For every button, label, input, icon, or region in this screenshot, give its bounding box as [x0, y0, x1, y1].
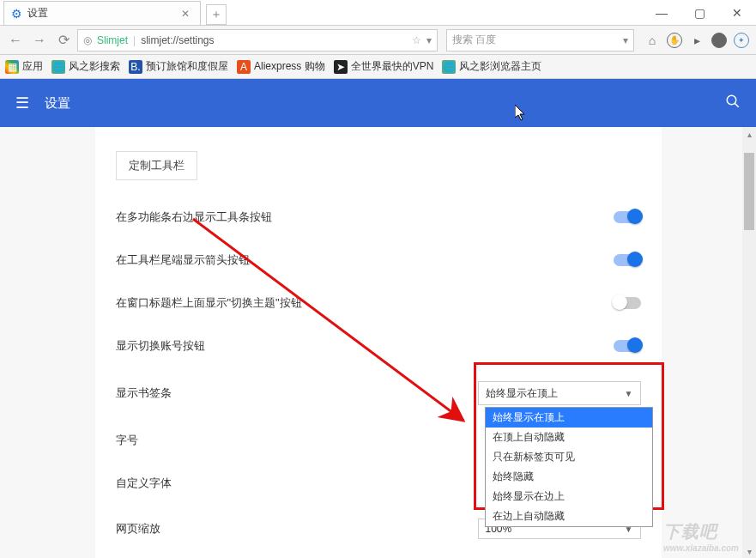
hand-icon[interactable]: ✋ [665, 31, 684, 50]
bookmark-item[interactable]: B.预订旅馆和度假屋 [129, 59, 228, 74]
search-icon[interactable] [725, 94, 741, 113]
dropdown-option[interactable]: 始终显示在顶上 [486, 408, 652, 428]
dropdown-option[interactable]: 始终隐藏 [486, 467, 652, 487]
new-tab-button[interactable]: ＋ [206, 4, 227, 25]
bookmark-bar-select[interactable]: 始终显示在顶上 ▼ [478, 381, 641, 405]
dropdown-option[interactable]: 始终显示在边上 [486, 487, 652, 506]
page-title: 设置 [45, 95, 70, 112]
booking-icon: B. [129, 60, 142, 74]
chevron-down-icon: ▼ [625, 389, 633, 398]
forward-button[interactable]: → [29, 30, 50, 51]
back-button[interactable]: ← [5, 30, 26, 51]
bookmark-item[interactable]: AAliexpress 购物 [237, 59, 325, 74]
svg-line-1 [735, 103, 739, 107]
reload-button[interactable]: ⟳ [53, 30, 74, 51]
address-brand: Slimjet [97, 34, 128, 46]
vertical-scrollbar[interactable]: ▴ ▾ [742, 127, 756, 558]
toggle-show-account-switch[interactable] [614, 340, 641, 352]
globe-icon[interactable]: ✦ [732, 31, 751, 50]
browser-icon: ◎ [83, 34, 92, 46]
tab-title: 设置 [27, 6, 178, 21]
chevron-right-icon[interactable]: ▸ [687, 31, 706, 50]
minimize-button[interactable]: — [643, 1, 680, 25]
dropdown-option[interactable]: 在边上自动隐藏 [486, 506, 652, 526]
apps-button[interactable]: ▦ 应用 [5, 59, 43, 74]
vpn-icon: ➤ [334, 60, 348, 74]
cursor-icon [515, 105, 527, 125]
browser-tab[interactable]: ⚙ 设置 ✕ [3, 1, 201, 25]
title-bar: ⚙ 设置 ✕ ＋ — ▢ ✕ [0, 0, 756, 26]
apps-icon: ▦ [5, 60, 19, 74]
bookmark-item[interactable]: 🌐风之影搜索 [51, 59, 120, 74]
bookmarks-bar: ▦ 应用 🌐风之影搜索 B.预订旅馆和度假屋 AAliexpress 购物 ➤全… [0, 55, 756, 79]
toggle-show-arrow-button[interactable] [614, 254, 641, 266]
search-input[interactable]: 搜索 百度 ▾ [446, 29, 634, 52]
window-controls: — ▢ ✕ [643, 1, 756, 25]
scroll-down-icon[interactable]: ▾ [742, 544, 756, 558]
globe-icon: 🌐 [51, 60, 65, 74]
home-icon[interactable]: ⌂ [643, 31, 662, 50]
close-icon[interactable]: ✕ [178, 8, 193, 20]
gear-icon: ⚙ [11, 7, 22, 21]
aliexpress-icon: A [237, 60, 251, 74]
toggle-show-theme-switch[interactable] [614, 297, 641, 309]
svg-point-0 [727, 95, 736, 105]
globe-icon: 🌐 [442, 60, 456, 74]
chevron-down-icon[interactable]: ▾ [623, 34, 628, 46]
chevron-down-icon[interactable]: ▾ [426, 34, 432, 46]
setting-row: 显示切换账号按钮 [116, 324, 641, 367]
setting-row: 在工具栏尾端显示箭头按钮 [116, 239, 641, 282]
scrollbar-thumb[interactable] [744, 153, 754, 230]
settings-header: ☰ 设置 [0, 79, 756, 127]
watermark: 下载吧 www.xiazaiba.com [663, 520, 739, 553]
close-window-button[interactable]: ✕ [718, 1, 756, 25]
maximize-button[interactable]: ▢ [680, 1, 718, 25]
dropdown-option[interactable]: 在顶上自动隐藏 [486, 428, 652, 447]
customize-toolbar-button[interactable]: 定制工具栏 [116, 151, 197, 180]
scroll-up-icon[interactable]: ▴ [742, 127, 756, 141]
star-icon[interactable]: ☆ [412, 34, 421, 46]
address-url: slimjet://settings [141, 34, 214, 46]
bookmark-item[interactable]: 🌐风之影浏览器主页 [442, 59, 541, 74]
setting-row: 在窗口标题栏上面显示"切换主题"按钮 [116, 282, 641, 324]
bookmark-bar-dropdown: 始终显示在顶上 在顶上自动隐藏 只在新标签页可见 始终隐藏 始终显示在边上 在边… [485, 407, 653, 527]
profile-icon[interactable] [710, 31, 729, 50]
setting-row: 在多功能条右边显示工具条按钮 [116, 196, 641, 239]
bookmark-item[interactable]: ➤全世界最快的VPN [334, 59, 434, 74]
toolbar-icons: ⌂ ✋ ▸ ✦ [643, 31, 751, 50]
search-placeholder: 搜索 百度 [452, 33, 496, 47]
dropdown-option[interactable]: 只在新标签页可见 [486, 447, 652, 467]
address-bar[interactable]: ◎ Slimjet | slimjet://settings ☆ ▾ [77, 29, 438, 52]
menu-icon[interactable]: ☰ [15, 94, 29, 112]
nav-bar: ← → ⟳ ◎ Slimjet | slimjet://settings ☆ ▾… [0, 26, 756, 55]
toggle-show-toolbar-buttons[interactable] [614, 211, 641, 223]
